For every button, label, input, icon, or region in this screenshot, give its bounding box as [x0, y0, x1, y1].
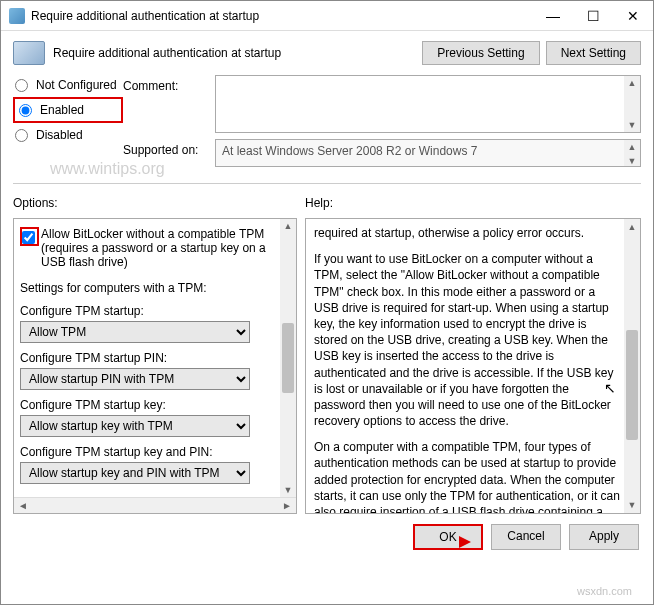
cancel-button[interactable]: Cancel: [491, 524, 561, 550]
allow-no-tpm-checkbox[interactable]: [22, 231, 35, 244]
supported-on-label: Supported on:: [123, 139, 215, 157]
scrollbar-horizontal[interactable]: ◄►: [14, 497, 296, 513]
radio-enabled[interactable]: Enabled: [17, 100, 119, 120]
tpm-key-select[interactable]: Allow startup key with TPM: [20, 415, 250, 437]
apply-button[interactable]: Apply: [569, 524, 639, 550]
tpm-pin-label: Configure TPM startup PIN:: [20, 345, 278, 368]
next-setting-button[interactable]: Next Setting: [546, 41, 641, 65]
cursor-icon: ↖: [604, 379, 616, 398]
scrollbar-vertical[interactable]: ▲▼: [624, 140, 640, 166]
not-configured-radio[interactable]: [15, 79, 28, 92]
tpm-keypin-select[interactable]: Allow startup key and PIN with TPM: [20, 462, 250, 484]
help-panel: required at startup, otherwise a policy …: [305, 218, 641, 514]
options-heading: Options:: [13, 192, 297, 218]
tpm-settings-header: Settings for computers with a TPM:: [20, 275, 278, 298]
scrollbar-vertical[interactable]: ▲▼: [624, 76, 640, 132]
policy-heading: Require additional authentication at sta…: [53, 46, 281, 60]
tpm-keypin-label: Configure TPM startup key and PIN:: [20, 439, 278, 462]
radio-not-configured[interactable]: Not Configured: [13, 75, 123, 95]
minimize-button[interactable]: —: [533, 2, 573, 30]
comment-textarea[interactable]: ▲▼: [215, 75, 641, 133]
policy-icon: [13, 41, 45, 65]
help-text-2: If you want to use BitLocker on a comput…: [314, 251, 620, 429]
enabled-radio[interactable]: [19, 104, 32, 117]
tpm-startup-label: Configure TPM startup:: [20, 298, 278, 321]
radio-disabled[interactable]: Disabled: [13, 125, 123, 145]
help-heading: Help:: [305, 192, 641, 218]
allow-no-tpm-label: Allow BitLocker without a compatible TPM…: [41, 227, 278, 269]
window-title: Require additional authentication at sta…: [31, 9, 533, 23]
maximize-button[interactable]: ☐: [573, 2, 613, 30]
tpm-key-label: Configure TPM startup key:: [20, 392, 278, 415]
comment-label: Comment:: [123, 75, 215, 93]
help-text-3: On a computer with a compatible TPM, fou…: [314, 439, 620, 514]
scrollbar-vertical[interactable]: ▲▼: [280, 219, 296, 497]
watermark-text-2: wsxdn.com: [577, 585, 632, 597]
tpm-pin-select[interactable]: Allow startup PIN with TPM: [20, 368, 250, 390]
app-icon: [9, 8, 25, 24]
close-button[interactable]: ✕: [613, 2, 653, 30]
previous-setting-button[interactable]: Previous Setting: [422, 41, 539, 65]
options-panel: Allow BitLocker without a compatible TPM…: [13, 218, 297, 514]
supported-on-field: At least Windows Server 2008 R2 or Windo…: [215, 139, 641, 167]
ok-button[interactable]: OK: [413, 524, 483, 550]
scrollbar-vertical[interactable]: ▲▼: [624, 219, 640, 513]
tpm-startup-select[interactable]: Allow TPM: [20, 321, 250, 343]
disabled-radio[interactable]: [15, 129, 28, 142]
help-text-1: required at startup, otherwise a policy …: [314, 225, 620, 241]
